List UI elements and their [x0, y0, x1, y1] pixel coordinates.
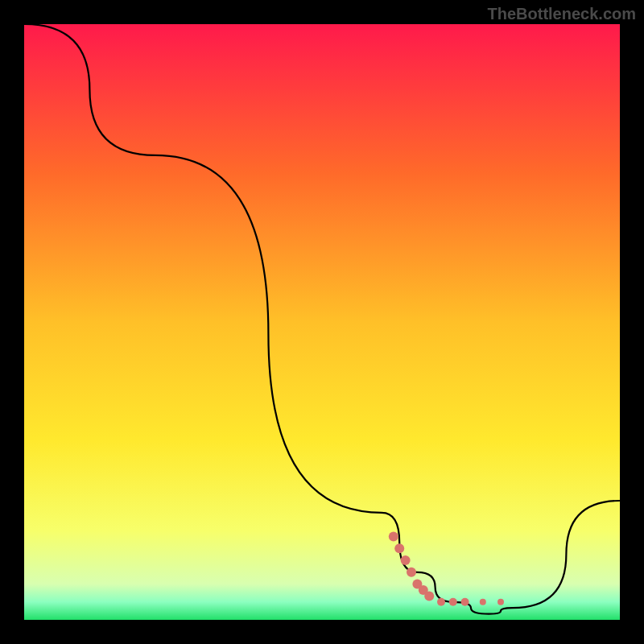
highlight-point [461, 598, 469, 606]
highlight-point [449, 598, 457, 606]
watermark-text: TheBottleneck.com [488, 5, 636, 23]
highlight-point [407, 568, 416, 577]
bottleneck-chart [24, 24, 620, 620]
chart-frame [24, 24, 620, 620]
chart-background [24, 24, 620, 620]
highlight-point [394, 543, 404, 553]
highlight-point [480, 599, 486, 605]
highlight-point [389, 531, 398, 541]
highlight-point [401, 555, 411, 565]
highlight-point [437, 598, 445, 606]
highlight-point [424, 591, 434, 601]
highlight-point [497, 599, 504, 605]
